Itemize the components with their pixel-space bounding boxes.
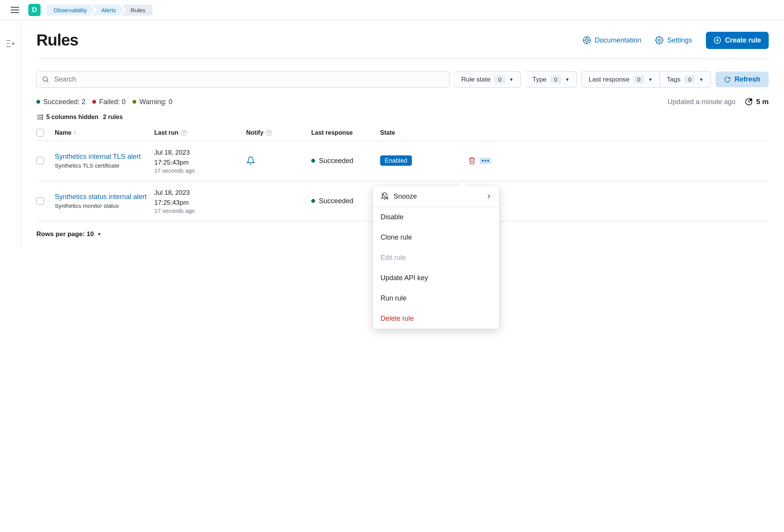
documentation-icon: [583, 36, 591, 44]
status-dot: [311, 199, 315, 203]
count-pill: 0: [550, 75, 561, 83]
menu-snooze[interactable]: Snooze: [373, 186, 499, 207]
rule-subtitle: Synthetics TLS certificate: [55, 162, 154, 169]
sort-asc-icon: ↑: [74, 130, 76, 135]
documentation-link[interactable]: Documentation: [583, 36, 641, 44]
chevron-right-icon: [486, 194, 492, 199]
breadcrumb-alerts[interactable]: Alerts: [92, 5, 124, 16]
breadcrumb-rules: Rules: [121, 5, 153, 16]
status-dot-succeeded: [36, 100, 40, 104]
bell-off-icon: [381, 192, 389, 201]
menu-edit-rule: Edit rule: [373, 248, 499, 249]
chevron-down-icon: ▼: [509, 77, 514, 82]
breadcrumb-observability[interactable]: Observability: [47, 5, 95, 16]
workspace-badge[interactable]: D: [28, 4, 41, 16]
last-run-time: 17:25:43pm: [154, 198, 246, 208]
svg-point-23: [42, 119, 43, 119]
clock-icon: [745, 98, 753, 106]
svg-line-15: [47, 80, 48, 82]
last-run-date: Jul 18, 2023: [154, 148, 246, 158]
count-pill: 0: [634, 75, 644, 83]
refresh-interval[interactable]: 5 m: [745, 98, 769, 106]
rule-subtitle: Synthetics monitor status: [55, 202, 154, 209]
help-icon[interactable]: ?: [266, 130, 272, 136]
last-run-ago: 17 seconds ago: [154, 207, 246, 214]
svg-point-14: [43, 77, 47, 81]
menu-toggle[interactable]: [8, 4, 22, 16]
status-dot-warning: [132, 100, 136, 104]
help-icon[interactable]: ?: [181, 130, 187, 136]
status-dot-failed: [92, 100, 96, 104]
count-pill: 0: [684, 75, 695, 83]
rule-count: 2 rules: [103, 114, 123, 121]
col-state[interactable]: State: [380, 129, 449, 136]
status-failed: Failed: 0: [99, 98, 126, 106]
columns-hidden-button[interactable]: 5 columns hidden: [36, 114, 98, 121]
state-badge: Enabled: [380, 155, 412, 166]
filter-type[interactable]: Type 0 ▼: [526, 71, 577, 88]
col-last-response[interactable]: Last response: [311, 129, 380, 136]
select-all-checkbox[interactable]: [36, 129, 44, 137]
create-rule-button[interactable]: Create rule: [706, 32, 769, 49]
columns-icon: [36, 114, 43, 120]
search-icon: [42, 76, 49, 83]
response-text: Succeeded: [319, 157, 353, 165]
bell-icon: [246, 156, 255, 165]
status-dot: [311, 159, 315, 163]
expand-nav-icon[interactable]: [6, 40, 15, 47]
breadcrumb: Observability Alerts Rules: [47, 5, 150, 16]
status-warning: Warning: 0: [139, 98, 172, 106]
chevron-down-icon: ▼: [97, 232, 101, 237]
count-pill: 0: [494, 75, 505, 83]
row-checkbox[interactable]: [36, 157, 44, 165]
last-run-time: 17:25:43pm: [154, 158, 246, 168]
chevron-down-icon: ▼: [648, 77, 653, 82]
filter-tags[interactable]: Tags 0 ▼: [660, 71, 711, 88]
plus-circle-icon: [714, 36, 721, 44]
updated-text: Updated a minute ago: [668, 98, 735, 106]
row-actions-menu: Snooze Disable Clone rule Edit rule Upda…: [373, 186, 499, 249]
svg-point-5: [585, 39, 588, 41]
svg-point-21: [42, 115, 43, 116]
filter-rule-state[interactable]: Rule state 0 ▼: [454, 71, 521, 88]
refresh-button[interactable]: Refresh: [715, 72, 769, 87]
last-run-date: Jul 18, 2023: [154, 188, 246, 198]
top-bar: D Observability Alerts Rules: [0, 0, 784, 20]
filter-last-response[interactable]: Last response 0 ▼: [581, 71, 660, 88]
search-input[interactable]: [54, 75, 444, 83]
svg-point-10: [658, 39, 660, 41]
row-more-button[interactable]: [480, 158, 491, 164]
svg-point-17: [750, 99, 752, 101]
table-row: Synthetics internal TLS alertSynthetics …: [36, 141, 769, 181]
refresh-icon: [724, 76, 731, 83]
search-input-wrapper[interactable]: [36, 71, 450, 88]
row-checkbox[interactable]: [36, 197, 44, 205]
col-notify[interactable]: Notify?: [246, 129, 311, 136]
rule-name-link[interactable]: Synthetics internal TLS alert: [55, 153, 154, 161]
chevron-down-icon: ▼: [565, 77, 570, 82]
last-run-ago: 17 seconds ago: [154, 167, 246, 174]
status-succeeded: Succeeded: 2: [43, 98, 85, 106]
left-rail: [0, 20, 21, 249]
chevron-down-icon: ▼: [699, 77, 704, 82]
gear-icon: [655, 36, 663, 44]
notify-button[interactable]: [246, 156, 311, 165]
svg-point-22: [42, 117, 43, 117]
page-title: Rules: [36, 31, 78, 49]
settings-link[interactable]: Settings: [655, 36, 692, 44]
rule-name-link[interactable]: Synthetics status internal alert: [55, 193, 154, 201]
menu-clone-rule[interactable]: Clone rule: [373, 227, 499, 248]
response-text: Succeeded: [319, 197, 353, 205]
col-last-run[interactable]: Last run?: [154, 129, 246, 136]
delete-row-button[interactable]: [468, 157, 476, 165]
menu-disable[interactable]: Disable: [373, 207, 499, 227]
col-name[interactable]: Name↑: [55, 129, 154, 136]
